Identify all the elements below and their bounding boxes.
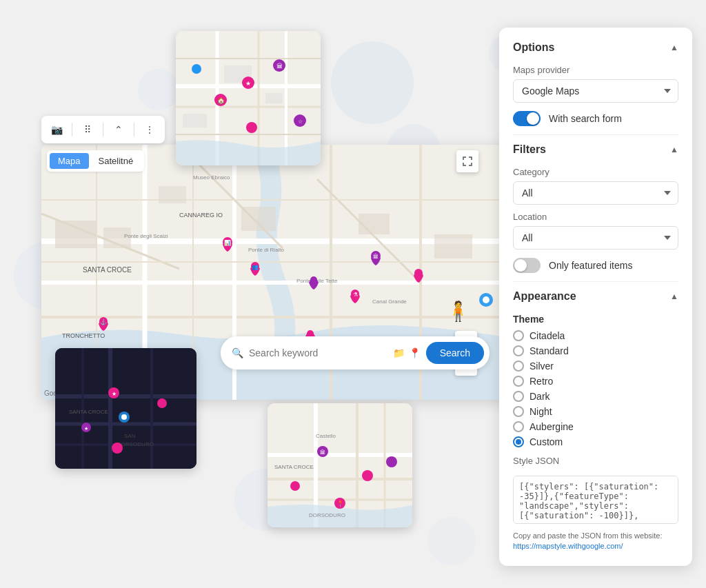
tab-map[interactable]: Mapa xyxy=(50,153,89,169)
more-icon[interactable]: ⋮ xyxy=(140,120,159,139)
svg-text:DORSODURO: DORSODURO xyxy=(117,441,154,447)
svg-text:DORSODURO: DORSODURO xyxy=(309,512,345,518)
svg-text:★: ★ xyxy=(84,426,88,431)
featured-toggle-row: Only featured items xyxy=(513,258,678,273)
theme-dark-label: Dark xyxy=(530,391,550,402)
svg-rect-10 xyxy=(183,114,207,128)
filters-chevron-icon[interactable]: ▲ xyxy=(670,145,678,154)
svg-text:Castello: Castello xyxy=(316,433,336,439)
filters-header: Filters ▲ xyxy=(513,143,678,156)
svg-text:CANNAREG IO: CANNAREG IO xyxy=(179,212,223,219)
theme-dark[interactable]: Dark xyxy=(513,391,678,402)
style-json-textarea[interactable]: [{"stylers": [{"saturation": -35}]},{"fe… xyxy=(513,476,678,524)
map-toolbar: 📷 ⠿ ⌃ ⋮ xyxy=(41,116,165,143)
theme-night[interactable]: Night xyxy=(513,406,678,417)
toolbar-divider-2 xyxy=(103,123,103,136)
json-hint: Copy and paste the JSON from this websit… xyxy=(513,531,678,552)
featured-toggle[interactable] xyxy=(513,258,541,273)
search-input[interactable] xyxy=(249,347,387,358)
svg-text:📍: 📍 xyxy=(336,500,345,508)
svg-rect-39 xyxy=(359,214,390,234)
folder-icon[interactable]: 📁 xyxy=(393,347,405,358)
arrows-icon[interactable]: ⌃ xyxy=(109,120,128,139)
location-select[interactable]: All xyxy=(513,226,678,250)
svg-text:🏛: 🏛 xyxy=(320,449,325,456)
filters-title: Filters xyxy=(513,143,546,156)
search-bar: 🔍 📁 📍 Search xyxy=(221,336,490,369)
theme-custom[interactable]: Custom xyxy=(513,436,678,447)
search-form-label: With search form xyxy=(549,113,622,124)
theme-retro[interactable]: Retro xyxy=(513,376,678,387)
theme-radio-group: Citadela Standard Silver Retro Dark Nigh… xyxy=(513,330,678,447)
location-pin-icon[interactable]: 📍 xyxy=(409,347,421,358)
svg-rect-36 xyxy=(55,221,97,248)
svg-text:⚗: ⚗ xyxy=(353,292,358,298)
radio-night xyxy=(513,406,524,417)
svg-text:Museo Ebraico: Museo Ebraico xyxy=(193,174,230,181)
search-icon: 🔍 xyxy=(232,347,243,358)
theme-aubergine-label: Aubergine xyxy=(530,421,574,432)
svg-rect-38 xyxy=(241,207,276,231)
camera-icon[interactable]: 📷 xyxy=(47,120,66,139)
theme-silver[interactable]: Silver xyxy=(513,361,678,372)
radio-silver xyxy=(513,361,524,372)
section-divider-2 xyxy=(513,281,678,282)
tab-satellite[interactable]: Satelitné xyxy=(90,153,142,169)
maps-provider-select[interactable]: Google Maps OpenStreetMap xyxy=(513,79,678,103)
svg-text:⚓: ⚓ xyxy=(100,318,107,325)
svg-text:★: ★ xyxy=(112,391,117,397)
search-icons: 📁 📍 xyxy=(393,347,421,358)
svg-rect-40 xyxy=(434,234,472,258)
radio-standard xyxy=(513,345,524,356)
map-person-icon: 🧍 xyxy=(446,300,470,323)
svg-text:SANTA CROCE: SANTA CROCE xyxy=(274,464,314,470)
svg-point-65 xyxy=(414,269,423,277)
theme-aubergine[interactable]: Aubergine xyxy=(513,421,678,432)
radio-dark xyxy=(513,391,524,402)
radio-citadela xyxy=(513,330,524,341)
featured-label: Only featured items xyxy=(549,260,632,271)
svg-text:🏛: 🏛 xyxy=(276,63,283,70)
grid-icon[interactable]: ⠿ xyxy=(78,120,97,139)
theme-retro-label: Retro xyxy=(530,376,553,387)
svg-point-102 xyxy=(362,470,373,481)
radio-custom xyxy=(513,436,524,447)
style-json-label: Style JSON xyxy=(513,456,678,466)
svg-text:SANTA CROCE: SANTA CROCE xyxy=(69,409,108,415)
radio-dot xyxy=(516,439,521,445)
svg-rect-41 xyxy=(159,186,186,203)
svg-text:📊: 📊 xyxy=(224,239,231,246)
maps-provider-label: Maps provider xyxy=(513,65,678,75)
category-select[interactable]: All xyxy=(513,181,678,205)
options-title: Options xyxy=(513,41,554,54)
svg-text:Ponte degli Scalzi: Ponte degli Scalzi xyxy=(124,233,168,239)
search-form-toggle[interactable] xyxy=(513,111,541,126)
appearance-chevron-icon[interactable]: ▲ xyxy=(670,292,678,301)
thumbnail-map-2-dark: SANTA CROCE SAN DORSODURO ★ ★ xyxy=(55,348,196,469)
section-divider-1 xyxy=(513,134,678,135)
theme-standard[interactable]: Standard xyxy=(513,345,678,356)
appearance-title: Appearance xyxy=(513,290,576,303)
json-link[interactable]: https://mapstyle.withgoogle.com/ xyxy=(513,542,623,550)
theme-label: Theme xyxy=(513,314,678,325)
toolbar-divider-3 xyxy=(134,123,134,136)
fullscreen-button[interactable] xyxy=(456,150,478,172)
options-chevron-icon[interactable]: ▲ xyxy=(670,43,678,52)
svg-point-55 xyxy=(310,276,317,283)
search-button[interactable]: Search xyxy=(426,342,484,364)
svg-text:👥: 👥 xyxy=(252,263,259,270)
svg-text:SAN: SAN xyxy=(124,433,136,439)
svg-text:★: ★ xyxy=(245,80,251,87)
svg-point-20 xyxy=(246,122,257,133)
radio-aubergine xyxy=(513,421,524,432)
svg-point-103 xyxy=(290,481,300,491)
svg-text:TRONCHETTO: TRONCHETTO xyxy=(62,332,105,339)
svg-rect-9 xyxy=(265,93,283,103)
map-tabs: Mapa Satelitné xyxy=(47,150,144,172)
theme-standard-label: Standard xyxy=(530,345,569,356)
thumbnail-map-1: ★ 🏛 🏠 ☆ xyxy=(176,31,321,165)
radio-retro xyxy=(513,376,524,387)
theme-silver-label: Silver xyxy=(530,361,554,372)
svg-text:🏠: 🏠 xyxy=(217,97,225,105)
theme-citadela[interactable]: Citadela xyxy=(513,330,678,341)
